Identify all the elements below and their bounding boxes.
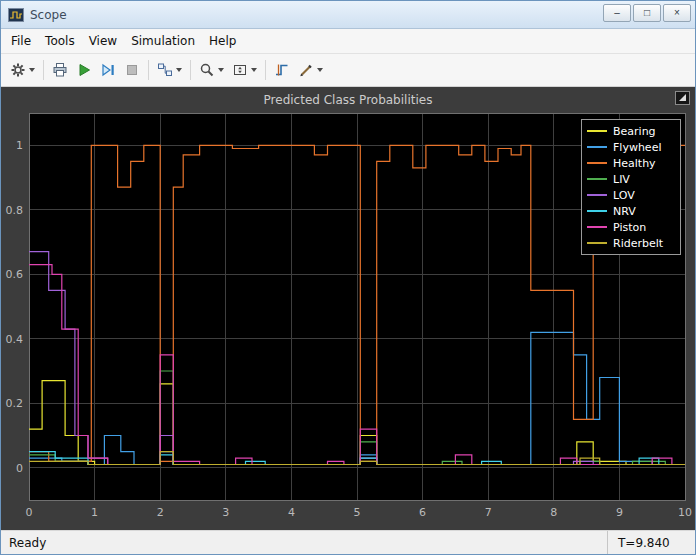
- zoom-button[interactable]: [195, 57, 228, 83]
- y-tick-label: 0: [16, 462, 23, 475]
- chevron-down-icon: [317, 68, 323, 72]
- sim-time: T=9.840: [607, 531, 695, 554]
- menubar: File Tools View Simulation Help: [1, 29, 695, 54]
- stop-icon: [124, 62, 140, 78]
- chevron-down-icon: [218, 68, 224, 72]
- step-forward-icon: [100, 62, 116, 78]
- close-icon: ×: [674, 8, 680, 18]
- menu-simulation[interactable]: Simulation: [124, 30, 202, 52]
- menu-help[interactable]: Help: [202, 30, 243, 52]
- legend-line-piston: [587, 226, 607, 228]
- menu-view[interactable]: View: [82, 30, 124, 52]
- y-tick-label: 0.8: [6, 204, 24, 217]
- window-title: Scope: [30, 8, 603, 22]
- toolbar-separator: [148, 60, 149, 80]
- measurements-button[interactable]: [294, 57, 327, 83]
- minimize-icon: –: [614, 8, 620, 18]
- toolbar: [1, 54, 695, 87]
- x-tick-label: 2: [157, 506, 164, 519]
- legend-label: Flywheel: [613, 141, 661, 154]
- titlebar: Scope – □ ×: [1, 1, 695, 29]
- legend-label: Piston: [613, 221, 646, 234]
- chart-title: Predicted Class Probabilities: [264, 93, 433, 107]
- legend-label: Bearing: [613, 125, 656, 138]
- y-tick-label: 0.4: [6, 333, 24, 346]
- run-icon: [76, 62, 92, 78]
- measurements-icon: [298, 62, 314, 78]
- maximize-button[interactable]: □: [633, 4, 661, 22]
- close-button[interactable]: ×: [663, 4, 691, 22]
- legend-item: Flywheel: [587, 141, 672, 153]
- legend-label: Riderbelt: [613, 237, 663, 250]
- x-tick-label: 8: [550, 506, 557, 519]
- legend-item: Piston: [587, 221, 672, 233]
- legend-label: LIV: [613, 173, 630, 186]
- legend[interactable]: BearingFlywheelHealthyLIVLOVNRVPistonRid…: [581, 119, 681, 255]
- printer-icon: [52, 62, 68, 78]
- scope-window: Scope – □ × File Tools View Simulation H…: [0, 0, 696, 555]
- x-tick-label: 3: [222, 506, 229, 519]
- scope-display: 01234567891000.20.40.60.81Predicted Clas…: [1, 87, 695, 530]
- legend-line-lov: [587, 194, 607, 196]
- legend-label: LOV: [613, 189, 635, 202]
- legend-line-healthy: [587, 162, 607, 164]
- legend-item: Healthy: [587, 157, 672, 169]
- legend-item: NRV: [587, 205, 672, 217]
- y-tick-label: 0.2: [6, 397, 24, 410]
- x-tick-label: 6: [419, 506, 426, 519]
- x-tick-label: 5: [354, 506, 361, 519]
- statusbar: Ready T=9.840: [1, 530, 695, 554]
- legend-item: Riderbelt: [587, 237, 672, 249]
- window-controls: – □ ×: [603, 4, 691, 22]
- legend-item: LIV: [587, 173, 672, 185]
- legend-line-bearing: [587, 130, 607, 132]
- trigger-icon: [274, 62, 290, 78]
- x-tick-label: 1: [91, 506, 98, 519]
- legend-label: NRV: [613, 205, 636, 218]
- y-tick-label: 1: [16, 139, 23, 152]
- stop-button[interactable]: [120, 57, 144, 83]
- trigger-button[interactable]: [270, 57, 294, 83]
- run-button[interactable]: [72, 57, 96, 83]
- legend-line-liv: [587, 178, 607, 180]
- print-button[interactable]: [48, 57, 72, 83]
- toolbar-separator: [265, 60, 266, 80]
- chevron-down-icon: [251, 68, 257, 72]
- scope-app-icon: [8, 8, 24, 22]
- x-tick-label: 9: [616, 506, 623, 519]
- legend-line-flywheel: [587, 146, 607, 148]
- legend-line-nrv: [587, 210, 607, 212]
- zoom-icon: [199, 62, 215, 78]
- autoscale-icon: [232, 62, 248, 78]
- gear-icon: [10, 62, 26, 78]
- settings-button[interactable]: [6, 57, 39, 83]
- autoscale-button[interactable]: [228, 57, 261, 83]
- menu-file[interactable]: File: [4, 30, 38, 52]
- x-tick-label: 4: [288, 506, 295, 519]
- status-text: Ready: [1, 536, 607, 550]
- maximize-icon: □: [644, 8, 650, 18]
- legend-line-riderbelt: [587, 242, 607, 244]
- legend-item: LOV: [587, 189, 672, 201]
- chevron-down-icon: [176, 68, 182, 72]
- step-forward-button[interactable]: [96, 57, 120, 83]
- x-tick-label: 10: [678, 506, 692, 519]
- y-tick-label: 0.6: [6, 268, 24, 281]
- x-tick-label: 0: [26, 506, 33, 519]
- legend-item: Bearing: [587, 125, 672, 137]
- expand-arrow-icon: [677, 93, 688, 103]
- toolbar-separator: [190, 60, 191, 80]
- expand-axes-button[interactable]: [675, 91, 690, 105]
- menu-tools[interactable]: Tools: [38, 30, 82, 52]
- minimize-button[interactable]: –: [603, 4, 631, 22]
- legend-label: Healthy: [613, 157, 656, 170]
- toolbar-separator: [43, 60, 44, 80]
- chevron-down-icon: [29, 68, 35, 72]
- simulink-block-icon: [157, 62, 173, 78]
- highlight-block-button[interactable]: [153, 57, 186, 83]
- x-tick-label: 7: [485, 506, 492, 519]
